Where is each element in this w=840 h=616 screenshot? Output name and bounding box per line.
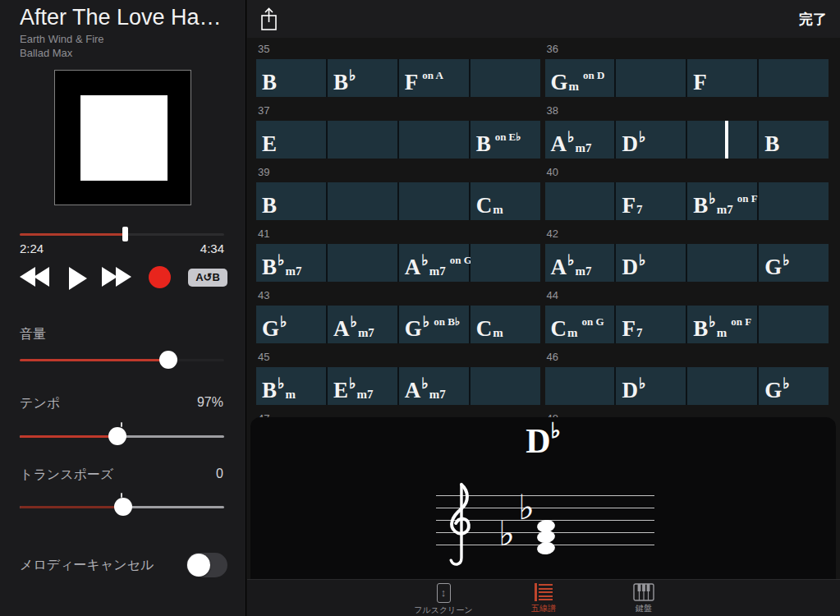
beat-cell[interactable]: Cmon G xyxy=(545,306,615,343)
beat-cell[interactable]: G♭ xyxy=(256,306,326,343)
fast-forward-button[interactable] xyxy=(102,267,131,287)
measure: 43G♭A♭m7G♭on B♭Cm xyxy=(256,287,540,343)
beat-cell[interactable]: Cm xyxy=(470,306,540,343)
beat-cell[interactable]: A♭m7 xyxy=(545,121,615,159)
chord-label: A♭m7 xyxy=(333,318,374,340)
fullscreen-icon: ↕ xyxy=(437,583,451,603)
beat-cell[interactable]: B xyxy=(256,182,326,220)
beat-cell[interactable]: F7 xyxy=(616,306,686,343)
beat-cell[interactable]: G♭on B♭ xyxy=(399,306,469,343)
volume-slider[interactable] xyxy=(20,351,224,369)
tab-fullscreen[interactable]: ↕ フルスクリーン xyxy=(408,580,479,616)
beat-cell[interactable] xyxy=(545,367,615,405)
beat-cell[interactable]: B xyxy=(759,121,829,159)
beat-cell[interactable]: D♭ xyxy=(616,121,686,159)
beat-cell[interactable]: A♭m7 xyxy=(545,244,615,282)
progress-thumb[interactable] xyxy=(122,227,128,241)
measure-beats: G♭A♭m7G♭on B♭Cm xyxy=(256,306,540,343)
tempo-value: 97% xyxy=(197,395,223,410)
keyboard-icon xyxy=(633,583,654,601)
beat-cell[interactable] xyxy=(545,182,615,220)
measure-beats: B♭mE♭m7A♭m7 xyxy=(256,367,540,405)
rewind-icon xyxy=(34,267,49,287)
beat-cell[interactable]: G♭ xyxy=(759,367,829,405)
volume-thumb[interactable] xyxy=(159,351,177,369)
beat-cell[interactable]: B♭m7 xyxy=(256,244,326,282)
beat-cell[interactable]: G♭ xyxy=(759,244,829,282)
tempo-thumb[interactable] xyxy=(108,427,126,445)
progress-slider[interactable] xyxy=(20,225,224,243)
tempo-slider[interactable] xyxy=(20,427,224,445)
tab-keyboard[interactable]: 鍵盤 xyxy=(608,580,679,616)
beat-cell[interactable]: F7 xyxy=(616,182,686,220)
bottom-toolbar: ↕ フルスクリーン 五線譜 鍵盤 xyxy=(247,579,840,616)
beat-cell[interactable] xyxy=(687,121,757,159)
chord-label: E♭m7 xyxy=(333,379,374,402)
record-button[interactable] xyxy=(149,266,171,288)
rewind-button[interactable] xyxy=(20,267,49,287)
beat-cell[interactable]: B♭m7on F xyxy=(687,182,757,220)
beat-cell[interactable]: D♭ xyxy=(616,244,686,282)
beat-cell[interactable] xyxy=(759,182,829,220)
current-chord-display: D♭ xyxy=(250,424,836,458)
tempo-label: テンポ xyxy=(20,395,60,412)
beat-cell[interactable] xyxy=(470,244,540,282)
measure: 40F7B♭m7on F xyxy=(545,164,829,220)
measure-row: 37EBon E♭38A♭m7D♭B xyxy=(256,103,829,159)
measure-number: 47 xyxy=(256,411,540,417)
beat-cell[interactable]: Gmon D xyxy=(545,59,615,97)
beat-cell[interactable] xyxy=(399,182,469,220)
share-button[interactable] xyxy=(259,7,280,33)
ab-repeat-button[interactable]: A↺B xyxy=(188,269,227,287)
transpose-thumb[interactable] xyxy=(114,498,132,516)
beat-cell[interactable] xyxy=(616,59,686,97)
current-chord-root: D xyxy=(526,422,550,460)
measure-number: 35 xyxy=(256,41,540,59)
beat-cell[interactable]: A♭m7on G♭ xyxy=(399,244,469,282)
beat-cell[interactable]: B♭ xyxy=(328,59,397,97)
beat-cell[interactable]: Bon E♭ xyxy=(470,121,540,159)
done-button[interactable]: 完了 xyxy=(799,10,827,29)
fast-forward-icon xyxy=(116,267,131,287)
beat-cell[interactable]: E xyxy=(256,121,326,159)
measure: 46D♭G♭ xyxy=(545,349,829,405)
beat-cell[interactable] xyxy=(328,244,397,282)
chord-label: B xyxy=(262,195,277,217)
beat-cell[interactable]: A♭m7 xyxy=(399,367,469,405)
beat-cell[interactable] xyxy=(399,121,469,159)
beat-cell[interactable]: B♭m xyxy=(256,367,326,405)
beat-cell[interactable]: D♭ xyxy=(616,367,686,405)
chord-label: G♭ xyxy=(262,318,287,340)
play-button[interactable] xyxy=(69,267,87,293)
beat-cell[interactable] xyxy=(687,367,757,405)
beat-cell[interactable] xyxy=(470,59,540,97)
beat-cell[interactable] xyxy=(328,121,397,159)
measure-number: 36 xyxy=(545,41,829,59)
measure-beats: EBon E♭ xyxy=(256,121,540,159)
beat-cell[interactable]: Fon A xyxy=(399,59,469,97)
chord-label: Cm xyxy=(476,318,503,340)
measure-beats: BCm xyxy=(256,182,540,220)
tab-staff-notation[interactable]: 五線譜 xyxy=(508,580,579,616)
beat-cell[interactable] xyxy=(687,244,757,282)
transpose-slider[interactable] xyxy=(20,498,224,516)
beat-cell[interactable] xyxy=(470,367,540,405)
share-icon xyxy=(259,7,280,33)
beat-cell[interactable] xyxy=(328,182,397,220)
beat-cell[interactable] xyxy=(759,306,829,343)
beat-cell[interactable]: B xyxy=(256,59,326,97)
player-sidebar: After The Love Ha… Earth Wind & Fire Bal… xyxy=(0,0,246,616)
beat-cell[interactable]: F xyxy=(687,59,757,97)
beat-cell[interactable] xyxy=(759,59,829,97)
chord-label: B♭mon F xyxy=(693,318,751,340)
measure-number: 41 xyxy=(256,226,540,244)
staff-notation-icon xyxy=(535,583,553,601)
measure-beats: A♭m7D♭G♭ xyxy=(545,244,829,282)
beat-cell[interactable]: B♭mon F xyxy=(687,306,757,343)
beat-cell[interactable]: E♭m7 xyxy=(328,367,397,405)
beat-cell[interactable]: A♭m7 xyxy=(328,306,397,343)
beat-cell[interactable]: Cm xyxy=(470,182,540,220)
transpose-label: トランスポーズ xyxy=(20,467,113,484)
melody-cancel-toggle[interactable] xyxy=(186,553,227,577)
measure-number: 37 xyxy=(256,103,540,121)
